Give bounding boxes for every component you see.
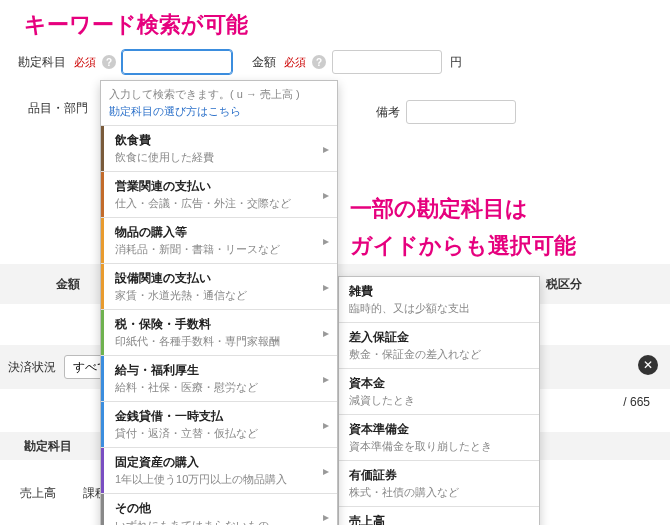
sub-item-title: 資本金 xyxy=(349,375,529,392)
chevron-right-icon: ▸ xyxy=(323,142,329,156)
sub-item-desc: 株式・社債の購入など xyxy=(349,485,529,500)
required-badge: 必須 xyxy=(284,55,306,70)
account-sub-item[interactable]: 差入保証金 敷金・保証金の差入れなど xyxy=(339,323,539,369)
sub-item-title: 差入保証金 xyxy=(349,329,529,346)
sub-item-title: 雑費 xyxy=(349,283,529,300)
account-category-item[interactable]: 飲食費 飲食に使用した経費 ▸ xyxy=(101,125,337,171)
account-sub-dropdown: 雑費 臨時的、又は少額な支出差入保証金 敷金・保証金の差入れなど資本金 減資した… xyxy=(338,276,540,525)
category-title: 設備関連の支払い xyxy=(115,270,317,287)
account-sub-item[interactable]: 資本金 減資したとき xyxy=(339,369,539,415)
account-sub-item[interactable]: 有価証券 株式・社債の購入など xyxy=(339,461,539,507)
chevron-right-icon: ▸ xyxy=(323,280,329,294)
sub-item-desc: 臨時的、又は少額な支出 xyxy=(349,301,529,316)
category-title: その他 xyxy=(115,500,317,517)
account-category-item[interactable]: 固定資産の購入 1年以上使う10万円以上の物品購入 ▸ xyxy=(101,447,337,493)
account-sub-item[interactable]: 資本準備金 資本準備金を取り崩したとき xyxy=(339,415,539,461)
help-icon[interactable]: ? xyxy=(102,55,116,69)
chevron-right-icon: ▸ xyxy=(323,326,329,340)
required-badge: 必須 xyxy=(74,55,96,70)
sub-item-title: 資本準備金 xyxy=(349,421,529,438)
account-sub-item[interactable]: 売上高 売上の返金など xyxy=(339,507,539,525)
sub-item-title: 売上高 xyxy=(349,513,529,525)
account-sub-item[interactable]: 雑費 臨時的、又は少額な支出 xyxy=(339,277,539,323)
sub-item-desc: 資本準備金を取り崩したとき xyxy=(349,439,529,454)
category-desc: 給料・社保・医療・慰労など xyxy=(115,380,317,395)
category-title: 物品の購入等 xyxy=(115,224,317,241)
account-category-item[interactable]: 営業関連の支払い 仕入・会議・広告・外注・交際など ▸ xyxy=(101,171,337,217)
category-title: 営業関連の支払い xyxy=(115,178,317,195)
category-desc: 家賃・水道光熱・通信など xyxy=(115,288,317,303)
item-department-label: 品目・部門 xyxy=(28,100,88,117)
amount-label: 金額 xyxy=(252,54,276,71)
amount-input[interactable] xyxy=(332,50,442,74)
category-desc: 飲食に使用した経費 xyxy=(115,150,317,165)
chevron-right-icon: ▸ xyxy=(323,372,329,386)
category-desc: 印紙代・各種手数料・専門家報酬 xyxy=(115,334,317,349)
guide-link[interactable]: 勘定科目の選び方はこちら xyxy=(101,102,337,125)
account-category-item[interactable]: 物品の購入等 消耗品・新聞・書籍・リースなど ▸ xyxy=(101,217,337,263)
account-label: 勘定科目 xyxy=(18,54,66,71)
memo-label: 備考 xyxy=(376,104,400,121)
account-category-item[interactable]: その他 いずれにもあてはまらないもの ▸ xyxy=(101,493,337,525)
account-category-item[interactable]: 給与・福利厚生 給料・社保・医療・慰労など ▸ xyxy=(101,355,337,401)
sub-item-desc: 減資したとき xyxy=(349,393,529,408)
category-desc: 貸付・返済・立替・仮払など xyxy=(115,426,317,441)
category-title: 金銭貸借・一時支払 xyxy=(115,408,317,425)
category-title: 税・保険・手数料 xyxy=(115,316,317,333)
annotation-guide-select: 一部の勘定科目は ガイドからも選択可能 xyxy=(350,190,576,265)
annotation-keyword-search: キーワード検索が可能 xyxy=(24,10,248,40)
account-category-item[interactable]: 税・保険・手数料 印紙代・各種手数料・専門家報酬 ▸ xyxy=(101,309,337,355)
close-icon[interactable]: ✕ xyxy=(638,355,658,375)
sub-item-desc: 敷金・保証金の差入れなど xyxy=(349,347,529,362)
category-desc: いずれにもあてはまらないもの xyxy=(115,518,317,525)
chevron-right-icon: ▸ xyxy=(323,188,329,202)
category-desc: 1年以上使う10万円以上の物品購入 xyxy=(115,472,317,487)
pager-info: / 665 xyxy=(623,395,650,409)
category-desc: 仕入・会議・広告・外注・交際など xyxy=(115,196,317,211)
dropdown-hint: 入力して検索できます。( u → 売上高 ) xyxy=(101,81,337,102)
chevron-right-icon: ▸ xyxy=(323,234,329,248)
category-title: 飲食費 xyxy=(115,132,317,149)
category-desc: 消耗品・新聞・書籍・リースなど xyxy=(115,242,317,257)
account-category-item[interactable]: 金銭貸借・一時支払 貸付・返済・立替・仮払など ▸ xyxy=(101,401,337,447)
category-title: 固定資産の購入 xyxy=(115,454,317,471)
annotation-line: ガイドからも選択可能 xyxy=(350,227,576,264)
memo-input[interactable] xyxy=(406,100,516,124)
chevron-right-icon: ▸ xyxy=(323,418,329,432)
tax-column-header: 税区分 xyxy=(536,276,592,293)
chevron-right-icon: ▸ xyxy=(323,464,329,478)
sub-item-title: 有価証券 xyxy=(349,467,529,484)
account-category-item[interactable]: 設備関連の支払い 家賃・水道光熱・通信など ▸ xyxy=(101,263,337,309)
bottom-cell: 売上高 xyxy=(20,486,56,500)
account-dropdown: 入力して検索できます。( u → 売上高 ) 勘定科目の選び方はこちら 飲食費 … xyxy=(100,80,338,525)
settlement-label: 決済状況 xyxy=(8,359,56,376)
help-icon[interactable]: ? xyxy=(312,55,326,69)
yen-label: 円 xyxy=(450,54,462,71)
category-title: 給与・福利厚生 xyxy=(115,362,317,379)
amount-column-header: 金額 xyxy=(46,276,90,293)
chevron-right-icon: ▸ xyxy=(323,510,329,524)
annotation-line: 一部の勘定科目は xyxy=(350,190,576,227)
account-input[interactable] xyxy=(122,50,232,74)
